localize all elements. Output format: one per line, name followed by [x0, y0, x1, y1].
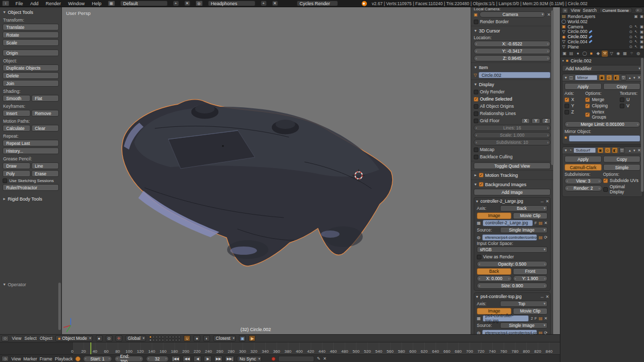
scale-button[interactable]: Scale [3, 39, 59, 46]
viewport-visibility-toggle[interactable]: ⊙ [605, 147, 610, 153]
outliner-search-input[interactable] [635, 8, 643, 13]
playhead[interactable] [90, 342, 91, 354]
modifier-name-field[interactable]: Subsurf [573, 147, 596, 153]
cursor-panel-header[interactable]: ▼ 3D Cursor [474, 27, 551, 34]
move-up-icon[interactable]: ▲ [628, 149, 631, 152]
rotate-button[interactable]: Rotate [3, 31, 59, 38]
jump-end-button[interactable]: ▶▶| [225, 356, 234, 362]
viewport-visibility-toggle[interactable]: ⊙ [606, 75, 612, 80]
snap-element-icon[interactable]: ● [194, 335, 200, 341]
clear-button[interactable]: Clear [31, 125, 59, 131]
view-as-render-checkbox[interactable] [477, 255, 481, 259]
sync-select[interactable]: No Sync [237, 356, 262, 362]
unlink-icon[interactable]: ✕ [544, 316, 548, 321]
tab-world-icon[interactable]: ◯ [582, 51, 588, 57]
npanel-scrollbar[interactable] [551, 10, 554, 165]
editor-type-icon[interactable]: ◷ [2, 356, 9, 361]
object-name-field[interactable]: Circle.002 [478, 72, 551, 78]
copy-button[interactable]: Copy [603, 156, 640, 162]
expand-icon[interactable]: ↔ [540, 294, 544, 299]
render-visibility-toggle[interactable]: ▣ [599, 75, 605, 80]
timeline-ruler[interactable]: 0204060801001201401601802002202402602803… [0, 342, 560, 354]
menu-help[interactable]: Help [91, 1, 103, 6]
cage-toggle[interactable]: ▽ [619, 147, 625, 153]
render-restrict-icon[interactable]: ▣ [640, 35, 643, 39]
matcap-checkbox[interactable] [474, 147, 478, 152]
relationship-lines-checkbox[interactable] [474, 111, 478, 116]
render-opengl-icon[interactable]: ▣ [239, 335, 246, 341]
end-frame-field[interactable]: End: 700 [115, 356, 143, 362]
rigid-body-tools-panel-header[interactable]: ► Rigid Body Tools [3, 195, 59, 202]
mirror-x-checkbox[interactable] [565, 97, 569, 102]
image-browse-icon[interactable]: ▦ [477, 316, 481, 321]
reload-icon[interactable]: ⟳ [544, 331, 548, 335]
backface-culling-checkbox[interactable] [474, 155, 478, 159]
scene-delete-button[interactable]: ✕ [272, 1, 278, 6]
bg-axis-select[interactable]: Top [500, 301, 548, 307]
screen-add-button[interactable]: + [173, 1, 179, 6]
modifier-name-field[interactable]: Mirror [575, 75, 598, 80]
smooth-button[interactable]: Smooth [3, 95, 30, 102]
gp-draw-button[interactable]: Draw [3, 162, 30, 169]
selectable-icon[interactable]: ↖ [635, 29, 638, 34]
toggle-quad-view-button[interactable]: Toggle Quad View [474, 162, 551, 169]
mirror-object-field[interactable] [569, 135, 640, 142]
select-menu[interactable]: Select [24, 336, 37, 341]
grid-z-button[interactable]: Z [542, 118, 551, 124]
render-restrict-icon[interactable]: ▣ [640, 29, 643, 34]
timeline-frame-menu[interactable]: Frame [40, 356, 53, 361]
clipping-checkbox[interactable] [585, 104, 590, 108]
filepath-field[interactable]: eference/ps4-controller/ps4-controller-t… [482, 330, 537, 335]
insert-keyframe-button[interactable]: Insert [3, 110, 30, 117]
editor-type-icon[interactable]: ◇ [2, 336, 9, 341]
local-camera-field[interactable]: Camera [479, 11, 546, 18]
object-menu[interactable]: Object [40, 336, 53, 341]
play-reverse-button[interactable]: ◀ [194, 356, 201, 362]
editmode-toggle[interactable]: ◧ [614, 75, 619, 80]
remove-bg-image-icon[interactable]: ✕ [545, 294, 549, 299]
flat-button[interactable]: Flat [31, 95, 59, 102]
grid-y-button[interactable]: Y [532, 118, 540, 124]
outliner-row[interactable]: ▣ Camera ⊙↖▣ [560, 24, 644, 29]
timeline-view-menu[interactable]: View [11, 356, 21, 361]
selectable-icon[interactable]: ↖ [635, 35, 638, 39]
grid-lines-field[interactable]: Lines: 16 [474, 125, 551, 131]
render-border-checkbox[interactable] [474, 20, 478, 24]
move-down-icon[interactable]: ▼ [633, 76, 636, 79]
copy-button[interactable]: Copy [603, 83, 640, 90]
tab-render-icon[interactable]: ▣ [561, 51, 568, 57]
render-opengl-anim-icon[interactable]: ▶ [249, 335, 255, 341]
mirror-y-checkbox[interactable] [565, 104, 569, 108]
pivot-point-select[interactable]: ⊙ [106, 335, 112, 341]
timeline-marker-menu[interactable]: Marker [23, 356, 37, 361]
screen-browse-icon[interactable]: ▦ [108, 1, 115, 6]
offset-y-field[interactable]: Y: 1.900 [513, 275, 548, 282]
menu-add[interactable]: Add [29, 1, 40, 6]
item-panel-header[interactable]: ▼ Item [474, 64, 551, 71]
hide-icon[interactable]: ⊙ [629, 44, 632, 49]
add-modifier-select[interactable]: Add Modifier [562, 65, 643, 72]
browse-folder-icon[interactable]: ▤ [539, 331, 543, 335]
grid-scale-field[interactable]: Scale: 1.000 [474, 132, 551, 138]
manipulator-translate-icon[interactable]: ✛ [116, 335, 122, 341]
apply-button[interactable]: Apply [565, 83, 602, 90]
mirror-z-checkbox[interactable] [565, 110, 569, 114]
menu-window[interactable]: Window [67, 1, 86, 6]
timeline-playback-menu[interactable]: Playback [55, 356, 73, 361]
layers-widget[interactable] [149, 336, 181, 341]
render-restrict-icon[interactable]: ▣ [640, 44, 643, 49]
users-count-button[interactable]: 2 [530, 316, 533, 321]
translate-button[interactable]: Translate [3, 24, 59, 30]
outliner-row-selected[interactable]: ◉ Circle.002 ⊙↖▣ [560, 34, 644, 39]
remove-keyframe-button[interactable]: Remove [31, 110, 59, 117]
outliner-row[interactable]: ▽ Circle.000 ⊙↖▣ [560, 29, 644, 34]
front-button[interactable]: Front [513, 268, 548, 275]
hide-icon[interactable]: ⊙ [629, 24, 632, 29]
movie-clip-tab[interactable]: Movie Clip [513, 212, 548, 219]
source-select[interactable]: Single Image [500, 322, 548, 328]
delete-key-icon[interactable]: ✕ [323, 356, 327, 361]
ruler-protractor-button[interactable]: Ruler/Protractor [3, 184, 59, 191]
outliner-view-menu[interactable]: View [571, 8, 580, 13]
pin-icon[interactable]: ▪ [562, 58, 564, 63]
offset-x-field[interactable]: X: 0.000 [477, 275, 512, 282]
